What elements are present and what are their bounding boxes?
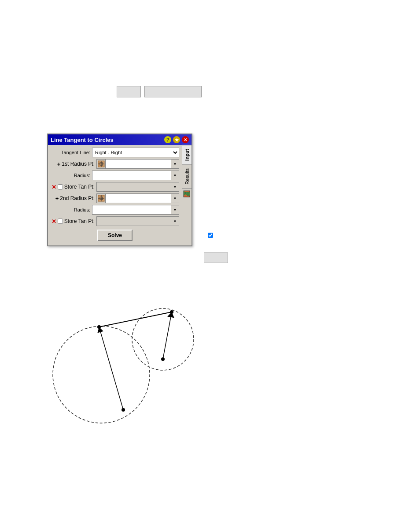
- tab-input-label: Input: [184, 149, 190, 161]
- bottom-horizontal-line: [35, 444, 106, 444]
- store-tan1-row: ✕ Store Tan Pt: 645 ▼: [51, 182, 179, 192]
- store-tan2-dropdown[interactable]: ▼: [171, 216, 179, 226]
- first-radius-label: 1st Radius Pt:: [62, 161, 95, 167]
- store-tan2-input[interactable]: 646: [96, 216, 171, 226]
- store-tan2-label: Store Tan Pt:: [64, 218, 95, 224]
- radius1-dropdown[interactable]: ▼: [171, 171, 179, 180]
- dialog-body: Tangent Line: Right - Right Right - Left…: [48, 145, 192, 245]
- first-radius-input[interactable]: 2: [105, 159, 171, 169]
- radius2-input[interactable]: 100.0 ft: [92, 205, 171, 215]
- tab-input[interactable]: Input: [182, 145, 192, 164]
- point-icon-1: [96, 159, 105, 169]
- right-checkbox-area: [208, 233, 213, 238]
- radius1-input[interactable]: 100.0 ft: [92, 171, 171, 180]
- top-buttons-area: [117, 86, 202, 97]
- radius2-input-group: 100.0 ft ▼: [92, 205, 179, 215]
- dialog-titlebar: Line Tangent to Circles ? ★ ✕: [48, 134, 192, 145]
- help-icon[interactable]: ?: [164, 136, 171, 143]
- top-button-1[interactable]: [117, 86, 141, 97]
- store-tan1-input[interactable]: 645: [96, 182, 171, 192]
- point-icon-2: [96, 193, 105, 203]
- store-tan1-prefix: ✕ Store Tan Pt:: [51, 184, 95, 190]
- x-icon-1: ✕: [52, 184, 56, 190]
- top-button-2[interactable]: [144, 86, 202, 97]
- first-radius-pt-row: + 1st Radius Pt: 2 ▼: [51, 159, 179, 169]
- radius2-dropdown[interactable]: ▼: [171, 205, 179, 215]
- first-radius-input-group: 2 ▼: [96, 159, 179, 169]
- titlebar-icons: ? ★ ✕: [164, 136, 189, 143]
- radius2-row: Radius: 100.0 ft ▼: [51, 205, 179, 215]
- store-tan2-prefix: ✕ Store Tan Pt:: [51, 218, 95, 225]
- tangent-line-select[interactable]: Right - Right Right - Left Left - Right …: [92, 148, 179, 157]
- second-radius-pt-row: + 2nd Radius Pt: 5 ▼: [51, 193, 179, 203]
- store-tan2-input-group: 646 ▼: [96, 216, 179, 226]
- store-tan1-checkbox[interactable]: [58, 184, 63, 189]
- tab-map[interactable]: [182, 188, 192, 199]
- tangent-line-label: Tangent Line:: [51, 150, 90, 155]
- svg-line-17: [99, 327, 123, 410]
- store-tan1-dropdown[interactable]: ▼: [171, 182, 179, 192]
- map-icon: [184, 190, 191, 197]
- first-radius-prefix: + 1st Radius Pt:: [51, 161, 95, 167]
- svg-point-18: [122, 408, 125, 412]
- second-radius-prefix: + 2nd Radius Pt:: [51, 195, 95, 202]
- x-icon-2: ✕: [52, 218, 56, 225]
- svg-point-21: [161, 357, 165, 361]
- bottom-right-button[interactable]: [204, 252, 228, 263]
- dialog-side-tabs: Input Results: [182, 145, 192, 245]
- store-tan2-row: ✕ Store Tan Pt: 646 ▼: [51, 216, 179, 226]
- second-radius-input-group: 5 ▼: [96, 193, 179, 203]
- dialog-form: Tangent Line: Right - Right Right - Left…: [48, 145, 182, 245]
- second-radius-label: 2nd Radius Pt:: [60, 195, 95, 201]
- tangent-line-row: Tangent Line: Right - Right Right - Left…: [51, 148, 179, 157]
- svg-point-12: [53, 326, 150, 423]
- diagram-svg: [35, 282, 211, 432]
- plus-icon-2: +: [55, 195, 59, 202]
- diagram-area: [35, 282, 211, 432]
- close-icon[interactable]: ✕: [182, 136, 189, 143]
- store-tan1-label: Store Tan Pt:: [64, 184, 95, 190]
- titlebar-left: Line Tangent to Circles: [51, 137, 114, 143]
- store-tan2-checkbox[interactable]: [58, 219, 63, 224]
- right-checkbox[interactable]: [208, 233, 213, 238]
- store-tan2-checkbox-group: Store Tan Pt:: [58, 218, 95, 224]
- tab-results[interactable]: Results: [182, 164, 192, 188]
- dialog-title: Line Tangent to Circles: [51, 137, 114, 143]
- tab-results-label: Results: [184, 168, 190, 185]
- radius1-label: Radius:: [51, 173, 90, 178]
- store-tan1-checkbox-group: Store Tan Pt:: [58, 184, 95, 190]
- line-tangent-dialog: Line Tangent to Circles ? ★ ✕ Tangent Li…: [47, 134, 192, 246]
- solve-button[interactable]: Solve: [97, 230, 133, 241]
- first-radius-dropdown[interactable]: ▼: [171, 159, 179, 169]
- second-radius-dropdown[interactable]: ▼: [171, 193, 179, 203]
- plus-icon-1: +: [57, 161, 61, 167]
- svg-line-20: [163, 312, 172, 359]
- radius1-input-group: 100.0 ft ▼: [92, 171, 179, 180]
- radius1-row: Radius: 100.0 ft ▼: [51, 171, 179, 180]
- store-tan1-input-group: 645 ▼: [96, 182, 179, 192]
- second-radius-input[interactable]: 5: [105, 193, 171, 203]
- star-icon[interactable]: ★: [173, 136, 180, 143]
- radius2-label: Radius:: [51, 207, 90, 212]
